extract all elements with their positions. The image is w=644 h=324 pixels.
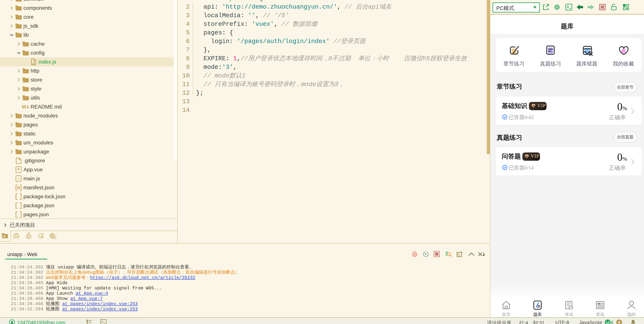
svg-text:J: J — [18, 176, 20, 181]
svg-text:M: M — [22, 104, 26, 110]
